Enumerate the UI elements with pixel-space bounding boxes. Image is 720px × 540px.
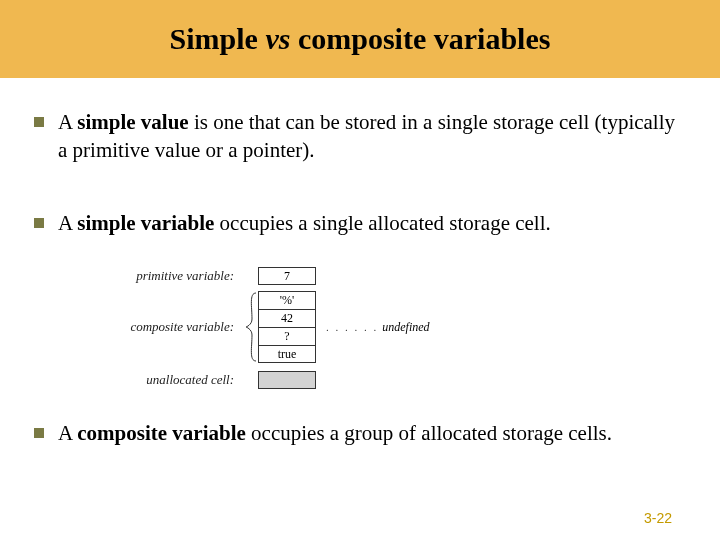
composite-label: composite variable: [124, 319, 244, 335]
bullet-1-text: A simple value is one that can be stored… [58, 108, 686, 165]
composite-row: composite variable: '%' 42 ? true . . . … [124, 291, 686, 363]
slide-title: Simple vs composite variables [170, 22, 551, 56]
primitive-row: primitive variable: 7 [124, 267, 686, 285]
b3-bold: composite variable [77, 421, 246, 445]
dotted-line-icon: . . . . . . [326, 321, 378, 333]
composite-cell-3: true [258, 345, 316, 363]
unallocated-cell [258, 371, 316, 389]
b2-post: occupies a single allocated storage cell… [214, 211, 550, 235]
title-post: composite variables [290, 22, 550, 55]
content-area: A simple value is one that can be stored… [0, 78, 720, 447]
composite-cell-1: 42 [258, 309, 316, 327]
title-pre: Simple [170, 22, 266, 55]
bullet-icon [34, 117, 44, 127]
primitive-label: primitive variable: [124, 268, 244, 284]
bullet-1: A simple value is one that can be stored… [34, 108, 686, 165]
brace-icon [244, 291, 258, 363]
bullet-icon [34, 428, 44, 438]
storage-diagram: primitive variable: 7 composite variable… [124, 267, 686, 389]
title-band: Simple vs composite variables [0, 0, 720, 78]
slide-number: 3-22 [644, 510, 672, 526]
b2-bold: simple variable [77, 211, 214, 235]
composite-stack-wrap: '%' 42 ? true . . . . . . undefined [244, 291, 430, 363]
composite-cell-0: '%' [258, 291, 316, 309]
bullet-2-text: A simple variable occupies a single allo… [58, 209, 686, 237]
title-vs: vs [265, 22, 290, 55]
composite-cell-2: ? [258, 327, 316, 345]
bullet-3-text: A composite variable occupies a group of… [58, 419, 686, 447]
b3-post: occupies a group of allocated storage ce… [246, 421, 612, 445]
undefined-label: undefined [382, 320, 429, 335]
b2-pre: A [58, 211, 77, 235]
bullet-icon [34, 218, 44, 228]
b1-bold: simple value [77, 110, 188, 134]
composite-stack: '%' 42 ? true [258, 291, 316, 363]
bullet-2: A simple variable occupies a single allo… [34, 209, 686, 237]
unallocated-row: unallocated cell: [124, 371, 686, 389]
bullet-3: A composite variable occupies a group of… [34, 419, 686, 447]
primitive-cell: 7 [258, 267, 316, 285]
b3-pre: A [58, 421, 77, 445]
undefined-annotation: . . . . . . undefined [322, 320, 430, 335]
b1-pre: A [58, 110, 77, 134]
unallocated-label: unallocated cell: [124, 372, 244, 388]
